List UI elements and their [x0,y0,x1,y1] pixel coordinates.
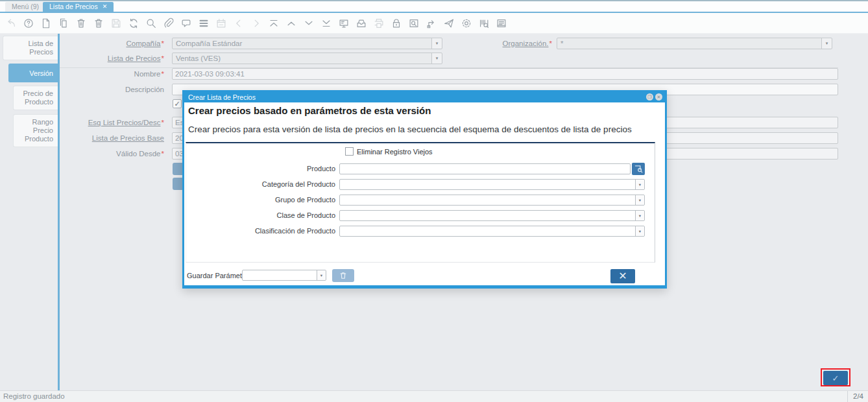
organizacion-label: Organización.* [454,38,552,49]
chevron-down-icon[interactable]: ▾ [635,211,644,220]
producto-lookup-button[interactable] [632,163,645,175]
chevron-down-icon[interactable]: ▾ [635,180,644,189]
eliminar-registro-viejos-label: Eliminar Registro Viejos [357,147,433,156]
chevron-down-icon[interactable]: ▾ [431,53,442,64]
lista-precios-label: Lista de Precios* [65,53,164,64]
nav-detail-icon[interactable] [303,18,315,29]
descripcion-label: Descripción [65,84,164,95]
active-checkbox[interactable]: ✓ [173,99,182,108]
status-bar: Registro guardado 2/4 [0,390,868,402]
workflow-icon[interactable] [426,18,437,29]
delete-record-icon[interactable] [75,18,87,29]
delete-selection-icon[interactable] [93,18,104,29]
trash-icon [339,272,347,279]
nav-parent-icon[interactable] [285,18,297,29]
tab-lista-de-precios[interactable]: Lista de Precios ✕ [43,2,114,12]
categoria-producto-combo[interactable]: ▾ [339,179,645,190]
lock-icon[interactable] [391,18,402,29]
chevron-down-icon[interactable]: ▾ [431,38,442,49]
close-dialog-icon[interactable]: ✕ [655,93,662,100]
grupo-producto-combo[interactable]: ▾ [339,195,645,206]
help-icon[interactable] [23,18,34,29]
confirm-check-icon: ✓ [832,374,839,383]
chevron-down-icon[interactable]: ▾ [635,226,644,236]
categoria-producto-label: Categoría del Producto [186,179,335,190]
eliminar-registro-viejos-checkbox[interactable] [345,147,354,156]
tab-label: Lista de Precios [49,2,98,12]
guardar-parametro-combo[interactable]: ▾ [242,270,326,281]
sidebar-tab-version[interactable]: Versión [8,64,58,82]
dialog-subtitle: Crear precios para esta versión de lista… [188,124,632,134]
dialog-title: Crear Lista de Precios [188,93,256,101]
grid-toggle-icon[interactable] [198,18,210,29]
record-counter: 2/4 [853,392,863,400]
dialog-titlebar[interactable]: Crear Lista de Precios ❐ ✕ [184,92,665,102]
confirm-highlight-box: ✓ [821,368,850,386]
attachment-icon[interactable] [163,18,175,29]
calendar-icon [215,18,227,29]
dialog-heading: Crear precios basado en parámetros de es… [188,105,431,116]
nav-first-icon[interactable] [268,18,280,29]
copy-record-icon[interactable] [58,18,69,29]
chevron-down-icon[interactable]: ▾ [635,195,644,205]
chevron-down-icon[interactable]: ▾ [821,38,832,49]
chevron-down-icon[interactable]: ▾ [317,270,326,280]
nombre-input[interactable]: 2021-03-03 09:03:41 [172,68,838,80]
nav-previous-icon [233,18,245,29]
producto-label: Producto [186,163,335,174]
nombre-label: Nombre* [65,68,164,80]
toolbar [0,13,868,34]
clase-producto-combo[interactable]: ▾ [339,210,645,221]
nav-next-icon [250,18,262,29]
settings-icon[interactable] [461,18,472,29]
sidebar-tab-rango-precio-producto[interactable]: Rango Precio Producto [13,114,58,147]
chat-icon[interactable] [180,18,192,29]
sidebar-tab-lista-de-precios[interactable]: Lista de Precios [3,36,58,60]
clasificacion-producto-combo[interactable]: ▾ [339,226,645,237]
cancel-x-icon: ✕ [618,271,627,281]
cancel-button[interactable]: ✕ [610,269,635,283]
status-divider [847,391,848,402]
dialog-body: Crear precios basado en parámetros de es… [184,102,665,285]
lista-precios-combo[interactable]: Ventas (VES) ▾ [172,53,442,64]
valido-desde-label: Válido Desde* [65,148,164,160]
report-icon[interactable] [496,18,507,29]
new-record-icon[interactable] [40,18,52,29]
compania-combo[interactable]: Compañía Estándar ▾ [172,38,442,49]
delete-parameter-button[interactable] [332,269,354,282]
product-info-icon[interactable] [478,18,490,29]
clasificacion-producto-label: Clasificación de Producto [186,226,335,237]
send-icon[interactable] [443,18,455,29]
detail-view-icon[interactable] [338,18,350,29]
refresh-icon[interactable] [128,18,139,29]
restore-window-icon[interactable]: ❐ [646,93,653,100]
archive-icon[interactable] [356,18,367,29]
print-icon [373,18,385,29]
sidebar-accent-line [58,34,60,390]
producto-input[interactable] [339,163,631,174]
guardar-parametro-label: Guardar Parámetro [187,270,241,281]
sidebar-tab-precio-de-producto[interactable]: Precio de Producto [13,86,58,110]
status-message: Registro guardado [3,392,65,400]
tab-menu[interactable]: Menú (9) [5,2,45,12]
confirm-button[interactable]: ✓ [823,371,848,385]
search-window-icon [634,165,643,173]
lista-base-label: Lista de Precios Base [65,132,164,144]
organizacion-combo[interactable]: * ▾ [557,38,832,49]
save-icon [110,18,122,29]
nav-last-icon[interactable] [320,18,332,29]
zoom-window-icon[interactable] [408,18,420,29]
tab-bar: Menú (9) Lista de Precios ✕ [0,1,868,12]
close-tab-icon[interactable]: ✕ [102,2,108,12]
find-icon[interactable] [145,18,157,29]
clase-producto-label: Clase de Producto [186,210,335,221]
compania-label: Compañía* [65,38,164,49]
app-window: Menú (9) Lista de Precios ✕ Lista de Pre… [0,0,868,402]
crear-lista-de-precios-dialog: Crear Lista de Precios ❐ ✕ Crear precios… [182,90,667,289]
undo-icon [5,18,17,29]
esq-list-label: Esq List Precios/Desc* [65,117,164,128]
grupo-producto-label: Grupo de Producto [186,195,335,206]
